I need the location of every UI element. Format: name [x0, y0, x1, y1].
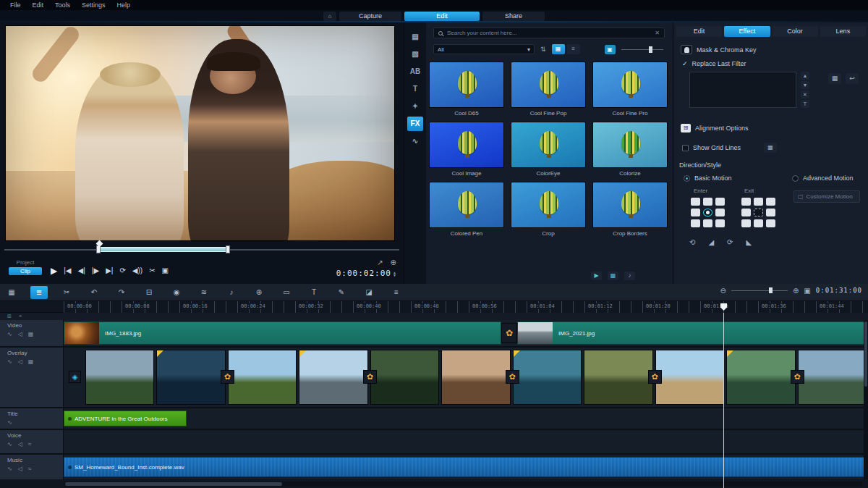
transition-icon[interactable]: ✿	[221, 370, 234, 384]
filter-thumbnail[interactable]	[592, 182, 668, 228]
tab-share[interactable]: Share	[482, 12, 545, 21]
library-item[interactable]: Cool Fine Pop	[511, 62, 586, 117]
show-grid-lines-checkbox[interactable]	[682, 145, 689, 151]
end-button[interactable]: ▶|	[106, 266, 113, 276]
fade-in-icon[interactable]: ◢	[708, 238, 714, 246]
transition-icon[interactable]: ✿	[791, 370, 804, 384]
mask-chroma-label[interactable]: Mask & Chroma Key	[697, 46, 757, 54]
scrollbar-thumb[interactable]	[65, 482, 282, 486]
mute-track-icon[interactable]: ◁	[18, 358, 22, 365]
ripple-edit-icon[interactable]: ∿	[7, 466, 12, 472]
replace-last-filter-row[interactable]: ✓ Replace Last Filter	[682, 60, 746, 67]
title-clip[interactable]: ADVENTURE in the Great Outdoors	[64, 411, 187, 426]
horizontal-scrollbar[interactable]	[64, 481, 862, 487]
overlay-clip[interactable]	[441, 350, 510, 405]
overlay-clip[interactable]: ✿	[655, 350, 724, 405]
playhead-line[interactable]	[723, 313, 724, 488]
overlay-clip[interactable]: ✿	[513, 350, 582, 405]
trim-range[interactable]	[98, 247, 229, 252]
exit-direction-0[interactable]	[741, 198, 751, 206]
vertical-scrollbar[interactable]	[864, 320, 868, 479]
menu-tools[interactable]: Tools	[49, 1, 76, 9]
replace-last-filter-label[interactable]: Replace Last Filter	[692, 60, 746, 67]
split-clip-tool[interactable]: ✂	[58, 286, 75, 299]
enter-direction-5[interactable]	[715, 209, 725, 216]
library-item[interactable]: Crop	[511, 182, 586, 237]
library-item[interactable]: ColorEye	[511, 122, 586, 177]
snapshot-button[interactable]: ▣	[162, 266, 169, 276]
exit-direction-6[interactable]	[741, 219, 751, 227]
basic-motion-row[interactable]: Basic Motion	[684, 174, 732, 182]
track-manager-button[interactable]: ≡	[388, 286, 405, 299]
preview-zoom-icon[interactable]: ⊕	[391, 258, 396, 266]
sort-icon[interactable]: ⇅	[540, 46, 546, 53]
advanced-motion-radio[interactable]	[792, 175, 799, 182]
zoom-out-icon[interactable]: ⊖	[720, 287, 726, 295]
scrollbar-thumb[interactable]	[864, 321, 867, 387]
media-type-video-icon[interactable]: ▶	[591, 272, 602, 280]
media-type-audio-icon[interactable]: ♪	[624, 272, 635, 280]
mask-chroma-row[interactable]: Mask & Chroma Key	[681, 45, 757, 54]
mute-track-icon[interactable]: ◁	[18, 466, 22, 472]
grid-settings-icon[interactable]: ▦	[764, 143, 777, 153]
instant-project-icon[interactable]: ▧	[407, 47, 423, 62]
music-clip[interactable]: SM_Homeward_Bound_Inst-complete.wav	[64, 457, 867, 477]
enter-direction-7[interactable]	[703, 219, 712, 227]
enter-direction-4[interactable]	[703, 209, 712, 216]
overlay-clip[interactable]	[85, 350, 154, 405]
enter-direction-1[interactable]	[703, 198, 712, 206]
exit-direction-2[interactable]	[766, 198, 775, 206]
voice-track-header[interactable]: Voice ∿◁≈	[0, 430, 64, 453]
exit-direction-7[interactable]	[754, 219, 763, 227]
video-clip-2[interactable]: IMG_2021.jpg	[517, 321, 867, 345]
title-library-icon[interactable]: T	[407, 82, 423, 96]
check-icon[interactable]: ✓	[682, 60, 688, 67]
music-track-header[interactable]: Music ∿◁≈	[0, 455, 64, 479]
add-track-icon[interactable]: ⊞	[7, 313, 12, 320]
mask-creator-button[interactable]: ◪	[360, 286, 378, 299]
overlay-clip[interactable]: ✿	[228, 350, 297, 405]
library-item[interactable]: Cool D65	[429, 62, 504, 117]
customize-filter-icon[interactable]: ↩	[846, 73, 859, 84]
timeline-ruler[interactable]: 00:00:0000:00:0800:00:1600:00:2400:00:32…	[0, 301, 868, 313]
filter-thumbnail[interactable]	[429, 182, 504, 228]
trim-button[interactable]: ⊟	[140, 286, 158, 299]
library-item[interactable]: Colorize	[592, 122, 668, 177]
enter-direction-0[interactable]	[691, 198, 700, 206]
close-icon[interactable]: ✕	[655, 30, 660, 36]
motion-tracking-button[interactable]: ⊕	[250, 286, 268, 299]
prev-frame-button[interactable]: ◀|	[78, 266, 85, 276]
ripple-edit-icon[interactable]: ∿	[7, 419, 12, 426]
thumbnail-size-slider[interactable]	[621, 44, 663, 54]
filter-thumbnail[interactable]	[429, 62, 504, 108]
video-track-header[interactable]: Video ∿◁▦	[0, 320, 64, 346]
transition-icon[interactable]: ✿	[501, 323, 517, 343]
project-mode-label[interactable]: Project	[9, 259, 42, 266]
filter-preset-icon[interactable]: ▦	[828, 73, 841, 84]
media-library-icon[interactable]: ▤	[407, 30, 423, 44]
ripple-edit-icon[interactable]: ∿	[7, 441, 12, 447]
advanced-motion-row[interactable]: Advanced Motion	[792, 174, 854, 182]
slider-handle[interactable]	[769, 287, 773, 293]
ripple-edit-icon[interactable]: ∿	[7, 358, 12, 365]
menu-help[interactable]: Help	[111, 1, 137, 9]
filter-thumbnail[interactable]	[592, 62, 668, 108]
painting-creator-button[interactable]: ✎	[333, 286, 350, 299]
exit-direction-4[interactable]	[754, 209, 763, 216]
sound-mixer-button[interactable]: ≋	[195, 286, 213, 299]
filter-thumbnail[interactable]	[511, 182, 586, 228]
overlay-clip[interactable]	[584, 350, 652, 405]
library-item[interactable]: Cool Fine Pro	[592, 62, 668, 117]
project-clip-toggle[interactable]: Project Clip	[9, 259, 42, 275]
transition-library-icon[interactable]: AB	[407, 64, 423, 79]
undo-button[interactable]: ↶	[85, 286, 103, 299]
title-tool-button[interactable]: T	[305, 286, 323, 299]
filter-text-icon[interactable]: T	[801, 100, 809, 108]
timeline-zoom-slider[interactable]	[731, 286, 788, 295]
slider-handle[interactable]	[649, 46, 652, 53]
filter-thumbnail[interactable]	[592, 122, 668, 168]
menu-file[interactable]: File	[4, 1, 27, 9]
waveform-icon[interactable]: ≈	[28, 441, 31, 447]
next-frame-button[interactable]: |▶	[92, 266, 99, 276]
filter-library-icon[interactable]: FX	[407, 117, 423, 131]
